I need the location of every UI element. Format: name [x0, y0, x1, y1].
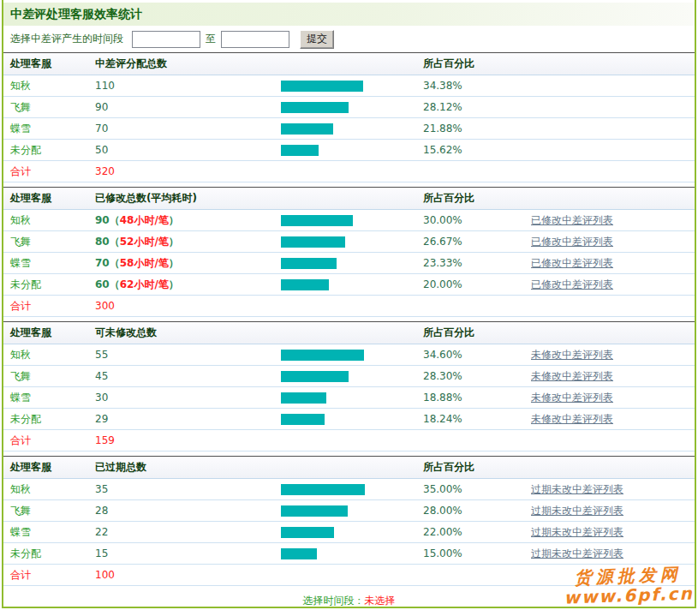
section-header-row: 处理客服 中差评分配总数 所占百分比 [3, 52, 695, 75]
agent-name: 蝶雪 [10, 256, 95, 271]
time-filter-label: 选择中差评产生的时间段 [10, 32, 123, 46]
total-row: 合计 320 [3, 161, 695, 182]
start-date-input[interactable] [132, 31, 200, 48]
metric-value: 28 [95, 505, 281, 517]
table-row: 蝶雪 22 22.00% 过期未改中差评列表 [3, 522, 695, 543]
total-row: 合计 159 [3, 430, 695, 452]
col-percent: 所占百分比 [423, 57, 531, 71]
percent-bar [281, 505, 423, 517]
table-row: 未分配 60（62小时/笔） 20.00% 已修改中差评列表 [3, 274, 695, 296]
table-row: 知秋 55 34.60% 未修改中差评列表 [3, 344, 695, 366]
metric-value: 22 [95, 526, 281, 538]
percent-bar [281, 102, 423, 113]
to-label: 至 [206, 32, 216, 46]
modified-list-link[interactable]: 已修改中差评列表 [531, 278, 613, 290]
modified-list-link[interactable]: 已修改中差评列表 [531, 257, 613, 269]
total-label: 合计 [10, 568, 95, 583]
table-row: 知秋 35 35.00% 过期未改中差评列表 [3, 479, 695, 500]
percent-value: 22.00% [423, 526, 531, 538]
expired-list-link[interactable]: 过期未改中差评列表 [531, 547, 623, 559]
section-header-row: 处理客服 可未修改总数 所占百分比 [3, 321, 695, 344]
agent-name: 蝶雪 [10, 122, 95, 136]
agent-name: 知秋 [10, 213, 95, 228]
agent-name: 知秋 [10, 482, 95, 497]
percent-value: 15.62% [423, 144, 531, 156]
agent-name: 蝶雪 [10, 391, 95, 405]
metric-value: 60（62小时/笔） [95, 278, 281, 292]
percent-value: 23.33% [423, 257, 531, 269]
page-frame: 中差评处理客服效率统计 选择中差评产生的时间段 至 提交 处理客服 中差评分配总… [2, 0, 696, 608]
table-row: 蝶雪 70 21.88% [3, 118, 695, 140]
selected-range-label: 选择时间段： [303, 595, 365, 607]
avg-time: 48小时/笔 [120, 214, 169, 226]
time-filter-form: 选择中差评产生的时间段 至 提交 [3, 26, 695, 52]
percent-bar [281, 123, 423, 135]
unmodified-list-link[interactable]: 未修改中差评列表 [531, 413, 613, 425]
col-agent: 处理客服 [10, 460, 95, 475]
total-value: 100 [95, 569, 281, 581]
percent-bar [281, 548, 423, 559]
percent-bar [281, 484, 423, 495]
col-agent: 处理客服 [10, 57, 95, 71]
table-row: 飞舞 90 28.12% [3, 97, 695, 118]
percent-bar [281, 145, 423, 156]
col-percent: 所占百分比 [423, 460, 531, 475]
avg-time: 62小时/笔 [120, 278, 169, 290]
unmodified-list-link[interactable]: 未修改中差评列表 [531, 370, 613, 382]
submit-button[interactable]: 提交 [300, 30, 334, 49]
table-row: 知秋 90（48小时/笔） 30.00% 已修改中差评列表 [3, 210, 695, 231]
section-unmodified: 处理客服 可未修改总数 所占百分比 知秋 55 34.60% 未修改中差评列表 … [3, 321, 695, 452]
metric-value: 90（48小时/笔） [95, 213, 281, 228]
agent-name: 未分配 [10, 143, 95, 158]
percent-value: 34.60% [423, 349, 531, 361]
percent-value: 35.00% [423, 483, 531, 495]
metric-value: 15 [95, 547, 281, 559]
section-header-row: 处理客服 已修改总数(平均耗时) 所占百分比 [3, 187, 695, 210]
percent-bar [281, 414, 423, 425]
total-value: 159 [95, 434, 281, 446]
metric-value: 45 [95, 370, 281, 382]
total-label: 合计 [10, 164, 95, 179]
percent-value: 18.88% [423, 392, 531, 404]
unmodified-list-link[interactable]: 未修改中差评列表 [531, 392, 613, 404]
agent-name: 知秋 [10, 348, 95, 362]
percent-bar [281, 81, 423, 92]
percent-bar [281, 371, 423, 382]
col-agent: 处理客服 [10, 326, 95, 340]
agent-name: 未分配 [10, 412, 95, 427]
metric-value: 30 [95, 392, 281, 404]
metric-value: 70（58小时/笔） [95, 256, 281, 271]
agent-name: 蝶雪 [10, 525, 95, 540]
table-row: 飞舞 45 28.30% 未修改中差评列表 [3, 366, 695, 387]
percent-bar [281, 350, 423, 361]
metric-value: 29 [95, 413, 281, 425]
avg-time: 52小时/笔 [120, 236, 169, 248]
metric-value: 90 [95, 101, 281, 113]
modified-list-link[interactable]: 已修改中差评列表 [531, 214, 613, 226]
agent-name: 飞舞 [10, 235, 95, 249]
section-expired: 处理客服 已过期总数 所占百分比 知秋 35 35.00% 过期未改中差评列表 … [3, 456, 695, 586]
percent-bar [281, 258, 423, 269]
expired-list-link[interactable]: 过期未改中差评列表 [531, 526, 623, 538]
expired-list-link[interactable]: 过期未改中差评列表 [531, 505, 623, 517]
total-row: 合计 300 [3, 296, 695, 317]
selected-range-value: 未选择 [365, 595, 396, 607]
metric-value: 110 [95, 80, 281, 92]
modified-list-link[interactable]: 已修改中差评列表 [531, 236, 613, 248]
section-modified: 处理客服 已修改总数(平均耗时) 所占百分比 知秋 90（48小时/笔） 30.… [3, 187, 695, 317]
percent-value: 28.30% [423, 370, 531, 382]
table-row: 未分配 15 15.00% 过期未改中差评列表 [3, 543, 695, 565]
section-header-row: 处理客服 已过期总数 所占百分比 [3, 456, 695, 479]
col-metric: 已过期总数 [95, 460, 281, 475]
unmodified-list-link[interactable]: 未修改中差评列表 [531, 349, 613, 361]
percent-value: 20.00% [423, 278, 531, 290]
col-metric: 中差评分配总数 [95, 57, 281, 71]
percent-value: 15.00% [423, 547, 531, 559]
expired-list-link[interactable]: 过期未改中差评列表 [531, 483, 623, 495]
end-date-input[interactable] [221, 31, 289, 48]
table-row: 蝶雪 70（58小时/笔） 23.33% 已修改中差评列表 [3, 253, 695, 274]
col-metric: 已修改总数(平均耗时) [95, 191, 281, 206]
agent-name: 飞舞 [10, 100, 95, 115]
table-row: 知秋 110 34.38% [3, 75, 695, 97]
avg-time: 58小时/笔 [120, 257, 169, 269]
